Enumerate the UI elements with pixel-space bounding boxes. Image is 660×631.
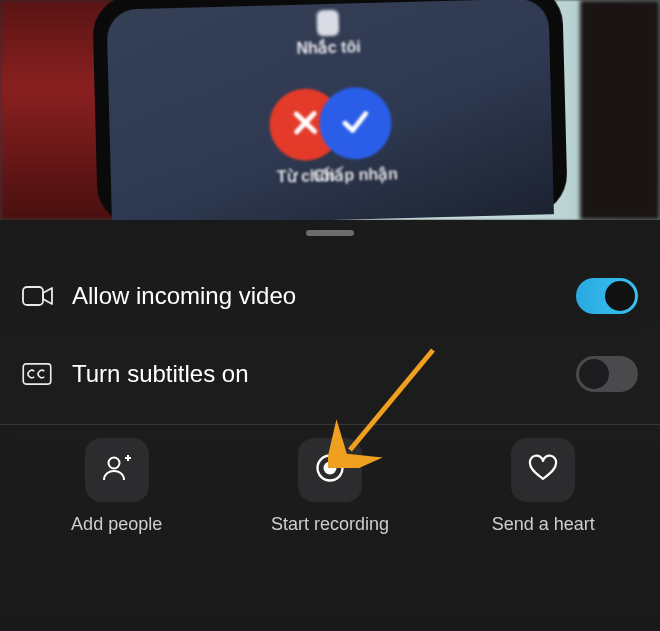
divider [0, 424, 660, 425]
bg-right [580, 0, 660, 220]
sheet-grabber[interactable] [306, 230, 354, 236]
video-icon [22, 284, 66, 308]
caller-thumbnail [317, 10, 340, 37]
svg-rect-2 [23, 287, 43, 305]
check-icon [337, 103, 374, 144]
allow-incoming-video-row: Allow incoming video [0, 260, 660, 332]
send-a-heart-button[interactable]: Send a heart [443, 438, 643, 535]
turn-subtitles-on-label: Turn subtitles on [66, 360, 576, 388]
send-a-heart-label: Send a heart [492, 514, 595, 535]
remind-me-label: Nhắc tôi [296, 37, 361, 58]
start-recording-button[interactable]: Start recording [230, 438, 430, 535]
turn-subtitles-on-toggle[interactable] [576, 356, 638, 392]
remote-phone-screen: Nhắc tôi Từ chối Chấ [106, 0, 554, 226]
action-row: Add people Start recording [0, 438, 660, 535]
record-icon [314, 452, 346, 488]
accept-button [319, 86, 393, 160]
person-plus-icon [101, 452, 133, 488]
call-options-sheet: Allow incoming video Turn subtitles on [0, 220, 660, 631]
toggle-knob [579, 359, 609, 389]
accept-label: Chấp nhận [313, 164, 398, 185]
toggle-knob [605, 281, 635, 311]
remote-phone-frame: Nhắc tôi Từ chối Chấ [92, 0, 568, 226]
allow-incoming-video-toggle[interactable] [576, 278, 638, 314]
svg-point-8 [323, 462, 336, 475]
closed-captions-icon [22, 363, 66, 385]
allow-incoming-video-label: Allow incoming video [66, 282, 576, 310]
add-people-label: Add people [71, 514, 162, 535]
svg-point-4 [108, 458, 119, 469]
start-recording-label: Start recording [271, 514, 389, 535]
add-people-button[interactable]: Add people [17, 438, 217, 535]
heart-icon [527, 452, 559, 488]
turn-subtitles-on-row: Turn subtitles on [0, 338, 660, 410]
x-icon [287, 104, 324, 145]
